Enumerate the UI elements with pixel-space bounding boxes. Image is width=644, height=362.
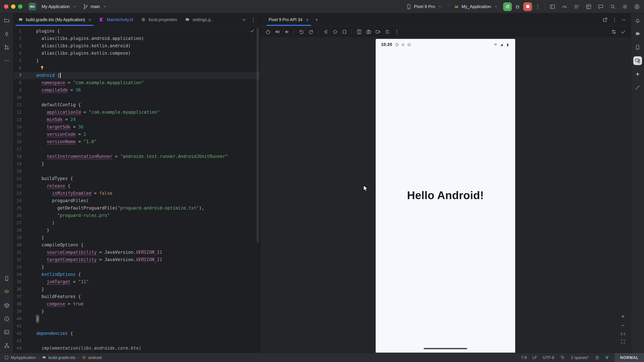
gemini-tool-button[interactable] [633,70,642,78]
chevron-down-icon [102,4,108,9]
logcat-button[interactable] [573,3,580,10]
lock-icon[interactable] [594,355,600,360]
zoom-in-button[interactable] [620,313,626,320]
screenshot-button[interactable] [365,28,372,35]
selected-device: Pixel 9 Pro [414,4,435,9]
text-caret [60,73,61,78]
more-device-actions-button[interactable] [393,28,400,35]
chat-button[interactable] [597,3,604,10]
assistant-tool-button[interactable] [633,83,642,92]
rotate-left-button[interactable] [298,28,305,35]
breadcrumb-item[interactable]: android [82,355,102,360]
more-run-actions-button[interactable] [534,2,542,10]
device-tab[interactable]: Pixel 9 Pro API 34 × [265,13,312,26]
line-ending-widget[interactable]: LF [532,355,537,360]
gradle-tool-button[interactable] [633,29,642,38]
device-manager-tool-button[interactable] [633,43,642,52]
more-tool-windows-button[interactable] [2,56,11,65]
code-line: 7android { [14,72,260,79]
debug-button[interactable] [514,2,522,10]
intention-bulb-icon[interactable] [40,65,45,71]
rotate-right-button[interactable] [307,28,314,35]
device-pane-options-button[interactable] [611,16,618,23]
code-line: 38 compose = true [14,300,260,308]
caret-position-widget[interactable]: 7:9 [521,355,526,360]
device-ok-icon[interactable] [620,28,626,35]
settings-button[interactable] [621,3,628,10]
breadcrumb-item[interactable]: build.gradle.kts [42,355,76,360]
pull-requests-tool-button[interactable] [2,43,11,52]
notifications-tool-button[interactable] [633,16,642,25]
back-button[interactable] [322,28,329,35]
editor-tab[interactable]: settings.g... [181,13,218,26]
commit-tool-button[interactable] [2,29,11,38]
zoom-to-fit-button[interactable] [620,339,626,345]
run-button[interactable] [503,2,512,11]
editor-scrollbar[interactable] [256,28,259,242]
minimize-window-button[interactable] [11,4,16,9]
device-selector[interactable]: Pixel 9 Pro [404,2,446,11]
device-explorer-tool-button[interactable] [2,274,11,283]
inspection-ok-icon[interactable] [250,28,254,33]
terminal-tool-button[interactable] [2,328,11,337]
editor-tab[interactable]: local.properties [137,13,181,26]
running-devices-tool-button[interactable] [633,56,642,65]
screen-record-button[interactable] [374,28,381,35]
code-line: 9 compileSdk = 36 [14,86,260,94]
zoom-level-label[interactable]: 1:1 [620,332,626,336]
power-button[interactable] [264,28,271,35]
account-button[interactable] [633,3,641,10]
gesture-bar[interactable] [424,348,467,349]
fold-button[interactable] [356,28,362,35]
volume-down-button[interactable] [283,28,290,35]
zoom-out-button[interactable] [620,323,626,329]
version-control-tool-button[interactable] [2,341,11,350]
restart-button[interactable] [384,28,391,35]
titlebar-icons [549,3,641,10]
code-line: 35 jvmTarget = "11" [14,278,260,286]
search-everywhere-button[interactable] [609,3,616,10]
close-window-button[interactable] [4,4,8,9]
breadcrumb-item[interactable]: MyApplication [4,355,36,360]
android-studio-window: MA My Application main Pixel 9 Pro My_Ap… [0,0,644,362]
line-number: 34 [14,271,22,278]
line-number: 15 [14,131,22,138]
branch-name: main [90,4,100,9]
open-in-window-button[interactable] [602,16,608,23]
editor-tab[interactable]: MainActivity.kt [95,13,137,26]
volume-up-button[interactable] [274,28,281,35]
tag-icon[interactable] [560,355,565,360]
tab-options-button[interactable] [250,16,256,23]
encoding-widget[interactable]: UTF-8 [543,355,554,360]
device-screen[interactable]: 10:20 Hello Android! [376,39,515,353]
code-editor[interactable]: 1plugins {2 alias(libs.plugins.android.a… [14,26,260,353]
project-switcher[interactable]: My Application [39,2,80,11]
run-config-selector[interactable]: My_Application [451,2,502,11]
add-device-button[interactable]: + [312,13,321,26]
hide-pane-button[interactable] [620,16,627,23]
indent-widget[interactable]: 2 spaces* [571,355,589,360]
layout-inspector-button[interactable] [585,3,592,10]
line-number: 24 [14,197,22,204]
project-tool-button[interactable] [2,16,11,25]
code-line: 18 testInstrumentationRunner = "androidx… [14,153,260,160]
profiler-button[interactable] [561,3,568,10]
ideavim-icon[interactable]: V [606,355,608,360]
editor-tab[interactable]: build.gradle.kts (My Application)× [14,13,95,26]
stop-button[interactable] [523,2,532,11]
overview-button[interactable] [341,28,348,35]
home-button[interactable] [332,28,338,35]
line-number: 35 [14,278,22,286]
hidden-tabs-button[interactable] [240,16,247,23]
titlebar: MA My Application main Pixel 9 Pro My_Ap… [0,0,644,13]
layout-validation-tool-button[interactable] [2,288,11,296]
problems-tool-button[interactable] [2,314,11,323]
device-ui-settings-button[interactable] [610,28,617,35]
close-device-tab-icon[interactable]: × [306,17,309,22]
tab-label: build.gradle.kts (My Application) [26,17,85,22]
build-tool-button[interactable] [2,301,11,310]
tool-windows-button[interactable] [549,3,556,10]
close-tab-icon[interactable]: × [88,17,92,22]
zoom-window-button[interactable] [18,4,22,9]
branch-switcher[interactable]: main [80,2,110,11]
